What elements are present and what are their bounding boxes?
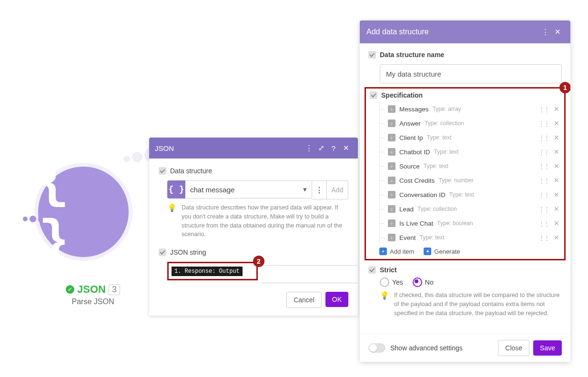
json-string-chip[interactable]: 1. Response: Output — [172, 267, 243, 276]
drag-handle-icon[interactable]: ⋮⋮ — [538, 234, 549, 241]
drag-handle-icon[interactable]: ⋮⋮ — [538, 206, 549, 213]
data-structure-select[interactable]: chat message ▾ — [185, 180, 312, 198]
save-button[interactable]: Save — [533, 340, 562, 356]
spec-item-name: Source — [399, 163, 420, 170]
spec-item[interactable]: ›Cost CreditsType: number⋮⋮✕ — [380, 173, 560, 188]
data-structure-more-button[interactable]: ⋮ — [312, 180, 327, 199]
generate-button[interactable]: ✦ Generate — [424, 248, 460, 255]
close-button[interactable]: Close — [498, 340, 529, 356]
callout-2: 2 — [253, 256, 264, 267]
more-icon[interactable]: ⋮ — [303, 142, 315, 154]
bulb-icon: 💡 — [167, 203, 177, 239]
chevron-right-icon[interactable]: › — [388, 148, 395, 156]
remove-icon[interactable]: ✕ — [553, 234, 560, 241]
spec-check-icon[interactable] — [370, 91, 377, 99]
spec-item-type: Type: text — [427, 134, 452, 141]
spec-item-type: Type: number — [438, 177, 473, 184]
drag-handle-icon[interactable]: ⋮⋮ — [538, 191, 549, 198]
chevron-right-icon[interactable]: › — [388, 119, 395, 127]
strict-yes-radio[interactable]: Yes — [380, 278, 403, 287]
json-node[interactable]: { } — [38, 167, 129, 257]
spec-item[interactable]: ›Chatbot IDType: text⋮⋮✕ — [380, 145, 560, 159]
expand-icon[interactable]: ⤢ — [315, 142, 327, 154]
chevron-down-icon: ▾ — [303, 185, 307, 194]
chevron-right-icon[interactable]: › — [388, 105, 395, 113]
radio-icon — [380, 278, 389, 287]
remove-icon[interactable]: ✕ — [553, 105, 560, 113]
bulb-icon: 💡 — [380, 291, 389, 317]
json-string-label: JSON string — [170, 248, 206, 256]
spec-item[interactable]: ›LeadType: collection⋮⋮✕ — [380, 202, 560, 216]
close-icon[interactable]: ✕ — [340, 142, 352, 154]
remove-icon[interactable]: ✕ — [553, 119, 560, 127]
remove-icon[interactable]: ✕ — [553, 134, 560, 141]
ok-button[interactable]: OK — [325, 292, 348, 307]
spec-item-type: Type: text — [434, 149, 459, 155]
spec-item[interactable]: ›Client IpType: text⋮⋮✕ — [380, 130, 560, 145]
drag-handle-icon[interactable]: ⋮⋮ — [538, 177, 549, 184]
cancel-button[interactable]: Cancel — [286, 292, 322, 308]
drag-handle-icon[interactable]: ⋮⋮ — [538, 120, 549, 127]
spec-item[interactable]: ›AnswerType: collection⋮⋮✕ — [380, 116, 560, 130]
data-structure-check-icon[interactable] — [159, 167, 166, 175]
check-icon: ✓ — [66, 285, 74, 294]
spec-item[interactable]: ›SourceType: text⋮⋮✕ — [380, 159, 560, 173]
spec-item[interactable]: ›Conversation IDType: text⋮⋮✕ — [380, 188, 560, 202]
strict-no-radio[interactable]: No — [413, 278, 434, 287]
data-structure-help-text: Data structure describes how the parsed … — [182, 203, 348, 239]
name-check-icon[interactable] — [368, 51, 376, 59]
chevron-right-icon[interactable]: › — [388, 234, 395, 241]
chevron-right-icon[interactable]: › — [388, 205, 395, 213]
specification-highlight: 1 Specification ›MessagesType: array⋮⋮✕›… — [365, 87, 566, 260]
drag-handle-icon[interactable]: ⋮⋮ — [538, 106, 549, 113]
data-structure-add-button[interactable]: Add — [327, 180, 348, 199]
spec-item-name: Event — [399, 234, 416, 241]
spec-item-type: Type: text — [449, 191, 474, 198]
node-subtitle: Parse JSON — [38, 298, 148, 306]
remove-icon[interactable]: ✕ — [553, 148, 560, 156]
drag-handle-icon[interactable]: ⋮⋮ — [538, 149, 549, 156]
drag-handle-icon[interactable]: ⋮⋮ — [538, 220, 549, 227]
json-modal-header: JSON ⋮ ⤢ ? ✕ — [149, 138, 358, 159]
json-string-input[interactable] — [261, 265, 358, 283]
strict-check-icon[interactable] — [368, 266, 376, 274]
spec-item[interactable]: ›EventType: text⋮⋮✕ — [380, 230, 560, 245]
advanced-toggle[interactable] — [368, 343, 385, 353]
remove-icon[interactable]: ✕ — [553, 191, 560, 198]
drag-handle-icon[interactable]: ⋮⋮ — [538, 134, 549, 141]
json-modal-title: JSON — [155, 144, 174, 152]
spec-item[interactable]: ›MessagesType: array⋮⋮✕ — [380, 102, 560, 116]
json-modal: JSON ⋮ ⤢ ? ✕ Data structure { } chat mes… — [149, 138, 358, 316]
spec-item-type: Type: array — [433, 106, 461, 112]
spec-item-name: Lead — [399, 206, 414, 213]
json-icon: { } — [167, 180, 185, 198]
chevron-right-icon[interactable]: › — [388, 219, 395, 227]
spec-item-type: Type: boolean — [437, 220, 473, 227]
node-run-counter[interactable]: 3 — [109, 284, 120, 295]
close-icon[interactable]: ✕ — [551, 26, 564, 38]
chevron-right-icon[interactable]: › — [388, 191, 395, 198]
strict-help-text: If checked, this data structure will be … — [394, 291, 562, 317]
more-icon[interactable]: ⋮ — [539, 26, 551, 38]
spec-item[interactable]: ›Is Live ChatType: boolean⋮⋮✕ — [380, 216, 560, 230]
spec-item-name: Answer — [399, 120, 421, 127]
remove-icon[interactable]: ✕ — [553, 219, 560, 227]
spec-item-type: Type: text — [424, 163, 448, 169]
data-structure-name-label: Data structure name — [380, 51, 444, 59]
data-structure-name-input[interactable]: My data structure — [380, 64, 562, 83]
chevron-right-icon[interactable]: › — [388, 162, 395, 170]
drag-handle-icon[interactable]: ⋮⋮ — [538, 163, 549, 170]
json-node-circle[interactable]: { } — [38, 167, 129, 257]
remove-icon[interactable]: ✕ — [553, 162, 560, 170]
help-icon[interactable]: ? — [327, 142, 340, 154]
add-item-button[interactable]: + Add item — [379, 248, 414, 255]
spec-item-type: Type: collection — [417, 206, 457, 212]
specification-list: ›MessagesType: array⋮⋮✕›AnswerType: coll… — [379, 102, 560, 245]
remove-icon[interactable]: ✕ — [553, 205, 560, 213]
remove-icon[interactable]: ✕ — [553, 177, 560, 184]
json-string-highlight: 1. Response: Output 2 — [167, 262, 258, 280]
radio-selected-icon — [413, 278, 422, 287]
chevron-right-icon[interactable]: › — [388, 177, 395, 184]
json-string-check-icon[interactable] — [159, 248, 166, 256]
chevron-right-icon[interactable]: › — [388, 134, 395, 141]
